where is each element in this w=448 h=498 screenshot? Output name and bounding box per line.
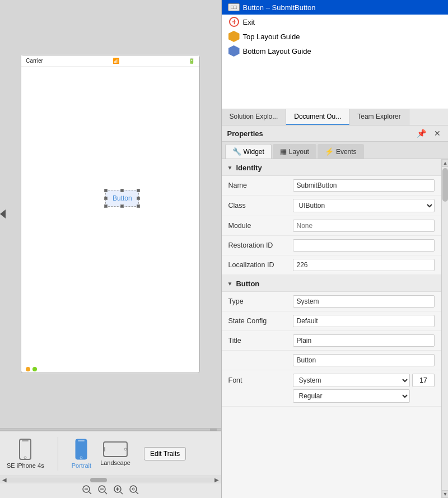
handle-top-mid[interactable] xyxy=(120,189,124,192)
divider-devices xyxy=(58,437,58,471)
device-option-portrait[interactable]: Portrait xyxy=(72,439,91,469)
bottom-layout-tree-icon xyxy=(228,46,240,55)
prop-select-font-style[interactable]: Regular Bold Italic xyxy=(293,389,410,403)
prop-tab-events[interactable]: ⚡ Events xyxy=(318,144,364,159)
prop-tab-layout[interactable]: ▦ Layout xyxy=(273,144,316,159)
handle-bottom-right[interactable] xyxy=(137,204,140,208)
h-scroll-left-arrow[interactable]: ◀ xyxy=(1,477,8,483)
nav-arrow-left[interactable] xyxy=(0,210,6,218)
tree-item-exit[interactable]: Exit xyxy=(222,15,449,29)
tree-item-top-layout[interactable]: Top Layout Guide xyxy=(222,29,449,44)
font-row: System Helvetica Arial xyxy=(293,374,435,387)
device-option-landscape[interactable]: Landscape xyxy=(100,441,130,466)
prop-tab-layout-label: Layout xyxy=(289,148,309,156)
prop-input-restoration-id[interactable] xyxy=(293,239,435,252)
zoom-out2-button[interactable] xyxy=(97,484,108,497)
prop-row-name: Name xyxy=(222,176,442,196)
svg-point-21 xyxy=(132,488,134,490)
prop-row-class: Class UIButton xyxy=(222,196,442,216)
landscape-label: Landscape xyxy=(100,459,130,466)
panel-resize-handle[interactable] xyxy=(0,428,221,431)
bottom-h-scrollbar: ◀ ▶ xyxy=(0,476,221,483)
bottom-bar: SE iPhone 4s Portrait xyxy=(0,431,221,498)
handle-top-left[interactable] xyxy=(104,189,108,192)
scroll-arrow-up[interactable]: ▲ xyxy=(442,159,448,167)
section-arrow-button: ▼ xyxy=(227,281,233,287)
phone-bottom-indicator xyxy=(26,367,37,371)
prop-select-class[interactable]: UIButton xyxy=(293,199,435,212)
svg-rect-1 xyxy=(22,440,29,441)
svg-line-18 xyxy=(120,492,123,494)
button-widget[interactable]: Button xyxy=(105,190,139,207)
properties-title: Properties xyxy=(227,129,263,138)
prop-tab-widget-label: Widget xyxy=(244,148,264,156)
carrier-label: Carrier xyxy=(26,58,43,64)
tree-item-bottom-layout[interactable]: Bottom Layout Guide xyxy=(222,44,449,58)
top-layout-tree-icon xyxy=(228,32,240,41)
svg-line-11 xyxy=(89,492,91,494)
right-panel: □□ Button – SubmitButton Exit xyxy=(222,0,449,498)
section-arrow-identity: ▼ xyxy=(227,165,233,171)
prop-input-state-config[interactable] xyxy=(293,315,435,327)
prop-row-title-value xyxy=(222,351,442,370)
handle-left-mid[interactable] xyxy=(104,197,108,200)
tree-item-label-submit-button: Button – SubmitButton xyxy=(243,3,316,12)
prop-label-state-config: State Config xyxy=(228,317,293,325)
tab-team-explorer[interactable]: Team Explorer xyxy=(349,109,409,125)
section-header-button: ▼ Button xyxy=(222,275,442,292)
edit-traits-button[interactable]: Edit Traits xyxy=(144,447,186,460)
svg-rect-7 xyxy=(104,447,105,452)
prop-value-type xyxy=(293,295,435,308)
zoom-fit-button[interactable] xyxy=(128,484,139,497)
handle-right-mid[interactable] xyxy=(137,197,140,200)
section-title-identity: Identity xyxy=(236,164,262,172)
properties-panel: Properties 📌 ✕ 🔧 Widget ▦ Layout ⚡ Event… xyxy=(222,125,449,498)
font-style-row: Regular Bold Italic xyxy=(228,389,435,403)
battery-icon: 🔋 xyxy=(188,58,195,64)
document-outline-tree: □□ Button – SubmitButton Exit xyxy=(222,0,449,109)
handle-bottom-mid[interactable] xyxy=(120,204,124,208)
layout-tab-icon: ▦ xyxy=(280,147,287,156)
prop-value-module xyxy=(293,220,435,232)
prop-row-localization-id: Localization ID xyxy=(222,255,442,275)
svg-point-2 xyxy=(24,457,26,459)
prop-input-localization-id[interactable] xyxy=(293,259,435,271)
prop-tab-widget[interactable]: 🔧 Widget xyxy=(225,144,272,159)
scroll-arrow-down[interactable]: ▼ xyxy=(442,490,448,498)
tab-document-outline[interactable]: Document Ou... xyxy=(286,109,349,125)
properties-header: Properties 📌 ✕ xyxy=(222,125,449,142)
prop-value-title-value xyxy=(293,354,435,366)
zoom-in-button[interactable] xyxy=(113,484,124,497)
h-scrollbar-thumb[interactable] xyxy=(90,478,107,482)
handle-bottom-left[interactable] xyxy=(104,204,108,208)
button-tree-icon: □□ xyxy=(228,3,240,12)
handle-top-right[interactable] xyxy=(137,189,140,192)
prop-input-title[interactable] xyxy=(293,334,435,347)
events-tab-icon: ⚡ xyxy=(325,147,334,156)
properties-pin-button[interactable]: 📌 xyxy=(415,129,428,138)
prop-input-title-value[interactable] xyxy=(293,354,435,366)
phone-status-bar: Carrier 📶 🔋 xyxy=(21,55,199,67)
prop-input-module[interactable] xyxy=(293,220,435,232)
dot-yellow xyxy=(26,367,30,371)
tree-item-submit-button[interactable]: □□ Button – SubmitButton xyxy=(222,0,449,15)
tab-solution-explorer[interactable]: Solution Explo... xyxy=(222,109,287,125)
prop-label-type: Type xyxy=(228,297,293,305)
h-scroll-right-arrow[interactable]: ▶ xyxy=(213,477,220,483)
prop-label-class: Class xyxy=(228,202,293,210)
prop-input-font-size[interactable] xyxy=(412,374,435,387)
prop-select-font-family[interactable]: System Helvetica Arial xyxy=(293,374,410,387)
left-panel: Carrier 📶 🔋 Button xyxy=(0,0,221,498)
phone-canvas-area: Carrier 📶 🔋 Button xyxy=(0,0,221,428)
prop-input-name[interactable] xyxy=(293,179,435,192)
prop-value-restoration-id xyxy=(293,239,435,252)
zoom-out-button[interactable] xyxy=(81,484,92,497)
scrollbar-thumb[interactable] xyxy=(442,168,448,202)
device-option-se[interactable]: SE iPhone 4s xyxy=(7,439,44,469)
prop-input-type[interactable] xyxy=(293,295,435,308)
device-options-row: SE iPhone 4s Portrait xyxy=(0,431,221,476)
properties-close-button[interactable]: ✕ xyxy=(432,129,442,138)
dot-green xyxy=(32,367,37,371)
prop-row-module: Module xyxy=(222,216,442,236)
resize-grip xyxy=(210,429,217,430)
